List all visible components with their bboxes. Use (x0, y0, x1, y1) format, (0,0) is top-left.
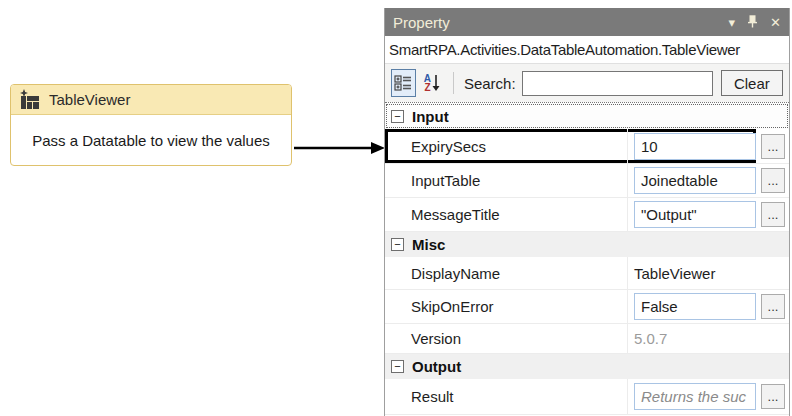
window-menu-icon[interactable]: ▾ (729, 16, 736, 29)
version-value: 5.0.7 (634, 330, 667, 347)
table-activity-icon (19, 89, 41, 111)
collapse-icon[interactable]: − (391, 110, 404, 123)
property-row-messagetitle[interactable]: MessageTitle "Output" ... (385, 198, 789, 232)
connector-arrow (292, 140, 386, 156)
messagetitle-ellipsis-button[interactable]: ... (761, 202, 785, 227)
skiponerror-value-field[interactable]: False (634, 293, 756, 320)
search-input[interactable] (522, 71, 713, 96)
property-row-inputtable[interactable]: InputTable Joinedtable ... (385, 164, 789, 198)
section-header-output[interactable]: − Output (385, 354, 789, 379)
section-label: Output (412, 358, 461, 375)
property-toolbar: A Z Search: Clear (385, 64, 789, 102)
section-header-misc[interactable]: − Misc (385, 232, 789, 257)
sort-arrow-icon (431, 74, 441, 92)
property-name: SkipOnError (385, 290, 628, 323)
property-panel: Property ▾ ✕ SmartRPA.Activities.DataTab… (384, 8, 790, 416)
property-name: ExpirySecs (385, 129, 628, 163)
section-label: Misc (412, 236, 445, 253)
activity-node-title: TableViewer (49, 91, 130, 108)
pin-icon[interactable] (747, 15, 758, 30)
toolbar-separator (453, 72, 454, 94)
activity-node-description: Pass a Datatable to view the values (32, 132, 270, 149)
property-row-displayname[interactable]: DisplayName TableViewer (385, 257, 789, 290)
property-row-result[interactable]: Result Returns the suc ... (385, 379, 789, 415)
categorized-view-icon (394, 74, 412, 92)
collapse-icon[interactable]: − (391, 238, 404, 251)
close-icon[interactable]: ✕ (770, 16, 781, 29)
panel-titlebar[interactable]: Property ▾ ✕ (385, 8, 789, 36)
clear-button[interactable]: Clear (721, 70, 783, 96)
section-header-input[interactable]: − Input (385, 103, 789, 129)
displayname-value[interactable]: TableViewer (634, 265, 715, 282)
property-name: Version (385, 324, 628, 353)
expirysecs-value-field[interactable]: 10 (634, 133, 756, 160)
inputtable-ellipsis-button[interactable]: ... (761, 168, 785, 193)
skiponerror-ellipsis-button[interactable]: ... (761, 294, 785, 319)
canvas: TableViewer Pass a Datatable to view the… (0, 0, 792, 416)
result-ellipsis-button[interactable]: ... (761, 384, 785, 409)
alphabetical-sort-button[interactable]: A Z (422, 69, 443, 97)
selected-type-name: SmartRPA.Activities.DataTableAutomation.… (385, 36, 789, 64)
inputtable-value-field[interactable]: Joinedtable (634, 167, 756, 194)
property-row-expirysecs[interactable]: ExpirySecs 10 ... (385, 129, 789, 164)
collapse-icon[interactable]: − (391, 360, 404, 373)
property-name: DisplayName (385, 257, 628, 289)
property-row-version: Version 5.0.7 (385, 324, 789, 354)
panel-title: Property (393, 14, 717, 31)
property-row-skiponerror[interactable]: SkipOnError False ... (385, 290, 789, 324)
messagetitle-value-field[interactable]: "Output" (634, 201, 756, 228)
alphabetical-sort-icon: A Z (424, 74, 431, 92)
activity-node-body: Pass a Datatable to view the values (11, 115, 291, 166)
property-grid: − Input ExpirySecs 10 ... InputTable Joi… (385, 102, 789, 416)
search-label: Search: (464, 75, 516, 92)
expirysecs-ellipsis-button[interactable]: ... (761, 134, 785, 159)
property-name: Result (385, 379, 628, 414)
activity-node-header[interactable]: TableViewer (11, 85, 291, 115)
property-name: InputTable (385, 164, 628, 197)
categorized-view-button[interactable] (391, 69, 416, 97)
section-label: Input (412, 108, 449, 125)
activity-node-tableviewer[interactable]: TableViewer Pass a Datatable to view the… (10, 84, 292, 166)
property-name: MessageTitle (385, 198, 628, 231)
result-value-field[interactable]: Returns the suc (634, 383, 756, 410)
